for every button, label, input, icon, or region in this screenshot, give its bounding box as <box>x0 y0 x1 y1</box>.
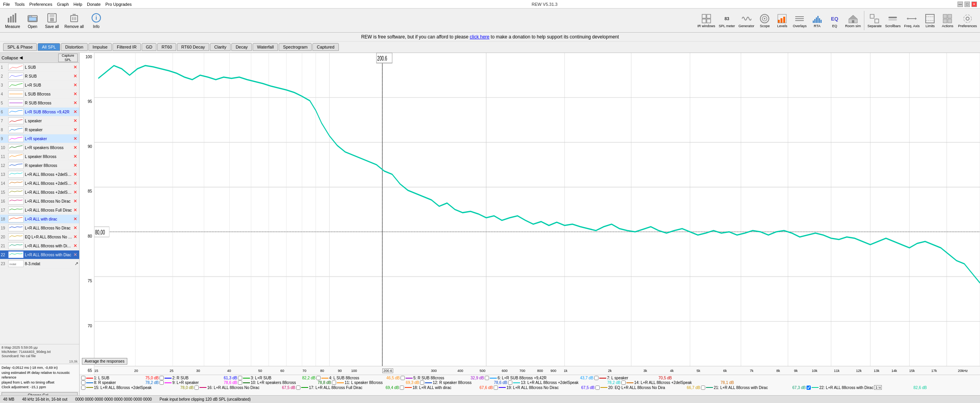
donation-link[interactable]: click here <box>470 34 489 40</box>
legend-check-3[interactable] <box>238 376 242 380</box>
save-all-button[interactable]: Save all <box>42 11 62 30</box>
row-close-22[interactable]: ✕ <box>72 252 78 258</box>
limits-button[interactable]: Limits <box>921 12 938 29</box>
legend-check-2[interactable] <box>160 376 164 380</box>
sidebar-item-21[interactable]: 21 L+R ALL 88cross with Dirac ✕ <box>0 241 79 250</box>
row-close-20[interactable]: ✕ <box>72 234 78 240</box>
row-close-14[interactable]: ✕ <box>72 180 78 186</box>
separate-button[interactable]: Separate <box>866 12 883 29</box>
sidebar-item-3[interactable]: 3 L+R SUB ✕ <box>0 81 79 90</box>
row-close-7[interactable]: ✕ <box>72 118 78 124</box>
tab-gd[interactable]: GD <box>142 43 157 51</box>
sidebar-item-13[interactable]: 13 L+R ALL 88cross +2delSpeak ✕ <box>0 170 79 179</box>
legend-check-15[interactable] <box>81 386 85 390</box>
row-close-17[interactable]: ✕ <box>72 207 78 213</box>
sidebar-item-7[interactable]: 7 L speaker ✕ <box>0 116 79 125</box>
row-close-9[interactable]: ✕ <box>72 135 78 142</box>
row-close-5[interactable]: ✕ <box>72 100 78 106</box>
row-close-2[interactable]: ✕ <box>72 73 78 79</box>
tab-clarity[interactable]: Clarity <box>210 43 231 51</box>
sidebar-item-22[interactable]: 22 L+R ALL 88cross with Diac ✕ <box>0 250 79 259</box>
tab-spl-phase[interactable]: SPL & Phase <box>3 43 37 51</box>
sidebar-item-12[interactable]: 12 R speaker 88cross ✕ <box>0 161 79 170</box>
row-close-16[interactable]: ✕ <box>72 198 78 204</box>
row-close-4[interactable]: ✕ <box>72 91 78 97</box>
row-close-12[interactable]: ✕ <box>72 162 78 168</box>
mdat-expand-icon[interactable]: ↗ <box>75 261 78 266</box>
sidebar-item-16[interactable]: 16 L+R ALL 88cross No Dirac ✕ <box>0 197 79 206</box>
measure-button[interactable]: Measure <box>2 11 23 30</box>
row-close-19[interactable]: ✕ <box>72 225 78 231</box>
sidebar-item-18[interactable]: 18 L+R ALL with dirac ✕ <box>0 215 79 224</box>
tab-decay[interactable]: Decay <box>231 43 252 51</box>
spl-meter-button[interactable]: 83 SPL meter <box>717 12 737 29</box>
legend-check-8[interactable] <box>81 380 85 385</box>
legend-check-18[interactable] <box>400 386 404 390</box>
sidebar-item-17[interactable]: 17 L+R ALL 88cross Full Dirac ✕ <box>0 206 79 215</box>
legend-check-12[interactable] <box>420 380 424 385</box>
menu-file[interactable]: File <box>3 2 10 7</box>
sidebar-item-10[interactable]: 10 L+R speakers 88cross ✕ <box>0 143 79 152</box>
freq-axis-button[interactable]: Freq. Axis <box>902 12 921 29</box>
preferences-button[interactable]: Preferences <box>956 12 978 29</box>
legend-check-19[interactable] <box>494 386 498 390</box>
row-close-3[interactable]: ✕ <box>72 82 78 88</box>
tab-filtered-ir[interactable]: Filtered IR <box>113 43 141 51</box>
legend-check-20[interactable] <box>595 386 600 390</box>
tab-rt60-decay[interactable]: RT60 Decay <box>177 43 209 51</box>
row-close-1[interactable]: ✕ <box>72 64 78 70</box>
tab-distortion[interactable]: Distortion <box>61 43 87 51</box>
legend-check-6[interactable] <box>485 376 489 380</box>
row-close-10[interactable]: ✕ <box>72 144 78 151</box>
close-button[interactable]: ✕ <box>971 2 977 7</box>
scrollbars-button[interactable]: Scrollbars <box>883 12 902 29</box>
legend-check-10[interactable] <box>238 380 242 385</box>
sidebar-item-23[interactable]: 23 mdat 8-3.mdat ↗ <box>0 259 79 268</box>
row-close-21[interactable]: ✕ <box>72 243 78 249</box>
legend-check-7[interactable] <box>594 376 598 380</box>
legend-check-22[interactable] <box>807 386 811 390</box>
capture-spl-button[interactable]: Capture SPL <box>58 54 78 62</box>
row-close-13[interactable]: ✕ <box>72 171 78 177</box>
rta-button[interactable]: RTA <box>808 12 826 29</box>
maximize-button[interactable]: □ <box>964 2 970 7</box>
menu-preferences[interactable]: Preferences <box>29 2 52 7</box>
open-button[interactable]: Open <box>23 11 42 30</box>
average-responses-button[interactable]: Average the responses <box>82 358 127 365</box>
legend-edit-22[interactable]: 1↑x <box>874 385 882 390</box>
menu-graph[interactable]: Graph <box>57 2 69 7</box>
legend-check-9[interactable] <box>160 380 164 385</box>
row-close-15[interactable]: ✕ <box>72 189 78 195</box>
legend-check-17[interactable] <box>296 386 300 390</box>
tab-all-spl[interactable]: All SPL <box>38 43 60 51</box>
sidebar-item-6[interactable]: 6 L+R SUB 88cross +9,42R ✕ <box>0 108 79 116</box>
legend-check-21[interactable] <box>701 386 705 390</box>
levels-button[interactable]: Levels <box>774 12 791 29</box>
sidebar-item-14[interactable]: 14 L+R ALL 88cross +2delSpeak ✕ <box>0 179 79 188</box>
collapse-button[interactable]: Collapse ◀ <box>2 55 23 60</box>
eq-button[interactable]: EQ EQ <box>826 12 843 29</box>
tab-spectrogram[interactable]: Spectrogram <box>279 43 312 51</box>
row-close-6[interactable]: ✕ <box>72 109 78 115</box>
legend-check-4[interactable] <box>316 376 321 380</box>
sidebar-item-15[interactable]: 15 L+R ALL 88cross +2delSpeak ✕ <box>0 188 79 197</box>
actions-button[interactable]: Actions <box>939 12 956 29</box>
sidebar-item-20[interactable]: 20 EQ L+R ALL 88cross No Dira ✕ <box>0 233 79 241</box>
generator-button[interactable]: Generator <box>737 12 756 29</box>
chart-area[interactable]: 200.6 80,00 <box>94 53 980 366</box>
sidebar-item-8[interactable]: 8 R speaker ✕ <box>0 125 79 134</box>
minimize-button[interactable]: — <box>957 2 963 7</box>
legend-check-5[interactable] <box>401 376 405 380</box>
menu-donate[interactable]: Donate <box>87 2 101 7</box>
sidebar-item-1[interactable]: 1 L SUB ✕ <box>0 63 79 72</box>
sidebar-item-11[interactable]: 11 L speaker 88cross ✕ <box>0 152 79 161</box>
ir-windows-button[interactable]: IR windows <box>696 12 717 29</box>
tab-impulse[interactable]: Impulse <box>88 43 112 51</box>
row-close-18[interactable]: ✕ <box>72 216 78 222</box>
remove-all-button[interactable]: Remove all <box>62 11 87 30</box>
row-close-8[interactable]: ✕ <box>72 127 78 133</box>
menu-tools[interactable]: Tools <box>15 2 25 7</box>
tab-captured[interactable]: Captured <box>312 43 338 51</box>
row-close-11[interactable]: ✕ <box>72 153 78 160</box>
legend-check-1[interactable] <box>81 376 85 380</box>
